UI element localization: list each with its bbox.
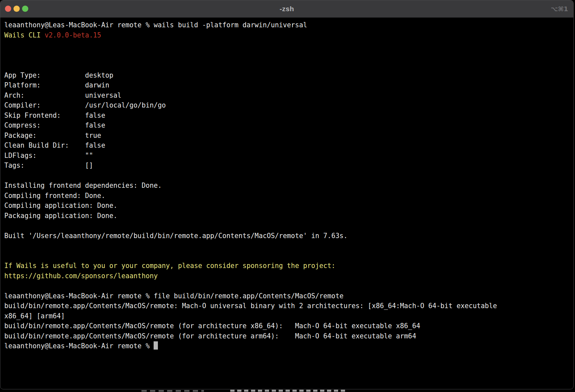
terminal-text-segment: https://github.com/sponsors/leaanthony xyxy=(4,272,158,280)
terminal-window: -zsh ⌥⌘1 leaanthony@Leas-MacBook-Air rem… xyxy=(0,0,574,389)
terminal-line xyxy=(4,241,573,251)
terminal-text-segment: leaanthony@Leas-MacBook-Air remote % xyxy=(4,342,154,350)
terminal-line: Built '/Users/leaanthony/remote/build/bi… xyxy=(4,231,573,241)
terminal-line: leaanthony@Leas-MacBook-Air remote % wai… xyxy=(4,20,573,30)
minimize-button[interactable] xyxy=(13,6,20,12)
terminal-text-segment: Platform: darwin xyxy=(4,81,109,89)
terminal-line: App Type: desktop xyxy=(4,70,573,81)
terminal-text-segment: Packaging application: Done. xyxy=(4,212,117,220)
terminal-text-segment: Compress: false xyxy=(4,121,105,129)
terminal-text-segment: Skip Frontend: false xyxy=(4,111,105,119)
terminal-text-segment: App Type: desktop xyxy=(4,71,113,79)
terminal-line: Compiling application: Done. xyxy=(4,201,573,211)
terminal-line: Packaging application: Done. xyxy=(4,211,573,221)
terminal-line: Installing frontend dependencies: Done. xyxy=(4,181,573,191)
terminal-line: Compiler: /usr/local/go/bin/go xyxy=(4,100,573,110)
terminal-line xyxy=(4,251,573,261)
terminal-line: LDFlags: "" xyxy=(4,151,573,161)
terminal-text-segment: Compiler: /usr/local/go/bin/go xyxy=(4,101,166,109)
terminal-text-segment: build/bin/remote.app/Contents/MacOS/remo… xyxy=(4,302,497,310)
terminal-line xyxy=(4,60,573,70)
terminal-line xyxy=(4,40,573,50)
terminal-line: Clean Build Dir: false xyxy=(4,140,573,151)
terminal-line: Wails CLI v2.0.0-beta.15 xyxy=(4,30,573,40)
terminal-line: Platform: darwin xyxy=(4,80,573,90)
zoom-button[interactable] xyxy=(22,6,28,12)
terminal-line: build/bin/remote.app/Contents/MacOS/remo… xyxy=(4,321,573,331)
terminal-text-segment: leaanthony@Leas-MacBook-Air remote % fil… xyxy=(4,292,343,300)
terminal-line xyxy=(4,171,573,181)
terminal-text-segment: Package: true xyxy=(4,132,101,139)
occluded-window-fragment xyxy=(230,390,347,392)
terminal-text-segment: If Wails is useful to you or your compan… xyxy=(4,262,336,270)
terminal-text-segment: Built '/Users/leaanthony/remote/build/bi… xyxy=(4,232,347,240)
terminal-text-segment: v2.0.0-beta.15 xyxy=(45,31,101,39)
terminal-text-segment: Installing frontend dependencies: Done. xyxy=(4,182,162,189)
occluded-window-fragment xyxy=(141,390,204,392)
terminal-line: build/bin/remote.app/Contents/MacOS/remo… xyxy=(4,301,573,311)
terminal-text-segment: Compiling frontend: Done. xyxy=(4,192,105,200)
close-button[interactable] xyxy=(5,6,11,12)
terminal-line: Tags: [] xyxy=(4,160,573,171)
terminal-text-segment: build/bin/remote.app/Contents/MacOS/remo… xyxy=(4,322,420,330)
terminal-line: Arch: universal xyxy=(4,90,573,101)
terminal-text-segment: Wails CLI xyxy=(4,31,45,39)
terminal-line: x86_64] [arm64] xyxy=(4,311,573,321)
terminal-line: If Wails is useful to you or your compan… xyxy=(4,261,573,271)
terminal-line: Compiling frontend: Done. xyxy=(4,191,573,201)
titlebar: -zsh ⌥⌘1 xyxy=(0,0,573,18)
terminal-text-segment: Clean Build Dir: false xyxy=(4,141,105,149)
terminal-text-segment: Arch: universal xyxy=(4,91,121,99)
terminal-line: Skip Frontend: false xyxy=(4,110,573,121)
desktop-background: -zsh ⌥⌘1 leaanthony@Leas-MacBook-Air rem… xyxy=(0,0,575,392)
terminal-line: build/bin/remote.app/Contents/MacOS/remo… xyxy=(4,331,573,341)
terminal-output[interactable]: leaanthony@Leas-MacBook-Air remote % wai… xyxy=(0,18,573,351)
terminal-line: https://github.com/sponsors/leaanthony xyxy=(4,271,573,281)
terminal-line xyxy=(4,50,573,61)
terminal-line xyxy=(4,221,573,231)
terminal-line: leaanthony@Leas-MacBook-Air remote % xyxy=(4,341,573,351)
traffic-light-buttons xyxy=(5,6,28,12)
terminal-text-segment: Tags: [] xyxy=(4,161,93,169)
terminal-line: leaanthony@Leas-MacBook-Air remote % fil… xyxy=(4,291,573,301)
terminal-line: Compress: false xyxy=(4,120,573,131)
terminal-line xyxy=(4,281,573,291)
terminal-text-segment: leaanthony@Leas-MacBook-Air remote % wai… xyxy=(4,21,307,29)
tab-shortcut-hint: ⌥⌘1 xyxy=(551,0,568,17)
terminal-cursor xyxy=(154,341,158,350)
terminal-text-segment: build/bin/remote.app/Contents/MacOS/remo… xyxy=(4,332,416,340)
window-title: -zsh xyxy=(0,5,573,13)
terminal-text-segment: Compiling application: Done. xyxy=(4,202,117,209)
terminal-line: Package: true xyxy=(4,131,573,141)
terminal-text-segment: LDFlags: "" xyxy=(4,152,93,159)
terminal-text-segment: x86_64] [arm64] xyxy=(4,312,65,320)
